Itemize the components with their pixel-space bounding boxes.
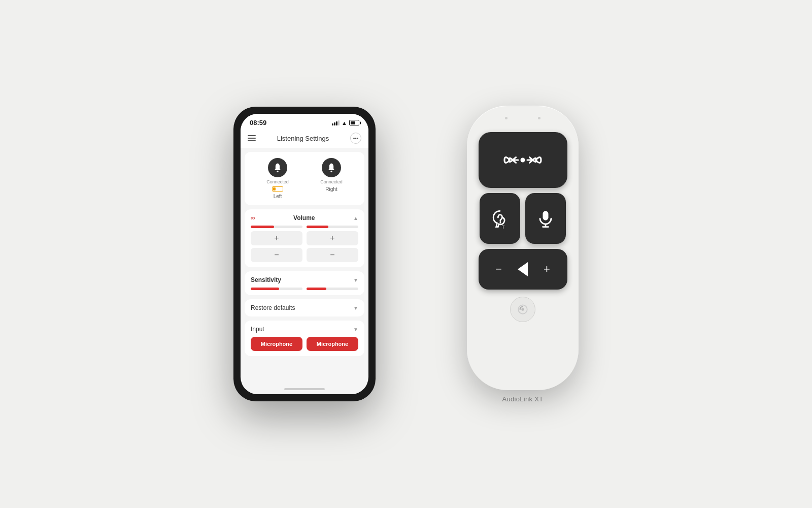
input-arrow: ▼ xyxy=(353,327,358,332)
sensitivity-slider-left[interactable] xyxy=(251,288,302,290)
volume-plus-left[interactable]: + xyxy=(251,231,302,245)
volume-slider-left[interactable] xyxy=(251,226,302,228)
microphone-icon xyxy=(534,207,557,230)
signal-icon xyxy=(332,120,340,125)
input-section: Input ▼ Microphone Microphone xyxy=(245,321,364,356)
volume-title: Volume xyxy=(293,214,315,221)
volume-slider-right[interactable] xyxy=(307,226,358,228)
remote-indicator-dots xyxy=(505,117,540,119)
remote-dot-left xyxy=(505,117,507,119)
remote-name: AudioLink XT xyxy=(502,395,544,403)
svg-point-9 xyxy=(521,308,524,310)
sensitivity-arrow: ▼ xyxy=(353,277,358,283)
volume-header: ∞ Volume ▲ xyxy=(251,214,358,221)
volume-arrow: ▲ xyxy=(353,215,358,221)
volume-section: ∞ Volume ▲ + + xyxy=(245,209,364,267)
status-bar: 08:59 ▲ xyxy=(241,114,368,129)
remote-middle-row: T xyxy=(480,193,566,244)
stream-button[interactable] xyxy=(479,132,567,188)
svg-point-2 xyxy=(521,157,525,162)
volume-indicator-icon xyxy=(518,262,528,276)
mic-button-right[interactable]: Microphone xyxy=(307,337,358,351)
restore-arrow: ▼ xyxy=(353,305,358,311)
right-device: Connected Right xyxy=(320,158,343,192)
scene: 08:59 ▲ xyxy=(0,0,812,508)
left-device-battery xyxy=(272,186,283,192)
phone: 08:59 ▲ xyxy=(233,107,376,401)
microphone-button[interactable] xyxy=(525,193,566,244)
home-bar xyxy=(284,388,325,390)
app-title: Listening Settings xyxy=(277,135,329,142)
restore-row: Restore defaults ▼ xyxy=(251,304,358,311)
svg-text:T: T xyxy=(502,225,505,230)
svg-point-1 xyxy=(330,171,332,172)
volume-plus-icon: + xyxy=(544,264,550,275)
svg-rect-5 xyxy=(543,211,549,220)
volume-minus-icon: − xyxy=(495,264,502,275)
restore-label: Restore defaults xyxy=(251,304,295,311)
more-button[interactable]: ••• xyxy=(350,133,361,144)
volume-minus-left[interactable]: − xyxy=(251,248,302,262)
volume-minus-right[interactable]: − xyxy=(307,248,358,262)
hearing-loop-icon: T xyxy=(489,207,511,230)
brand-logo-icon xyxy=(516,302,530,316)
sensitivity-slider-right[interactable] xyxy=(307,288,358,290)
battery-icon xyxy=(349,120,359,125)
scroll-content: Connected Left Connecte xyxy=(241,148,368,384)
right-device-icon xyxy=(322,158,341,177)
svg-point-3 xyxy=(500,221,501,223)
volume-sliders xyxy=(251,226,358,228)
sensitivity-header: Sensitivity ▼ xyxy=(251,276,358,283)
sensitivity-sliders xyxy=(251,288,358,290)
menu-button[interactable] xyxy=(248,135,256,141)
app-header: Listening Settings ••• xyxy=(241,129,368,148)
stream-icon xyxy=(500,145,546,175)
input-label: Input xyxy=(251,326,264,333)
restore-section[interactable]: Restore defaults ▼ xyxy=(245,299,364,316)
volume-plus-right[interactable]: + xyxy=(307,231,358,245)
device-card: Connected Left Connecte xyxy=(245,152,364,205)
hearing-loop-button[interactable]: T xyxy=(480,193,520,244)
link-icon: ∞ xyxy=(251,214,255,221)
left-device-label: Left xyxy=(274,194,282,199)
left-device: Connected Left xyxy=(266,158,289,199)
home-indicator xyxy=(241,384,368,394)
sensitivity-title: Sensitivity xyxy=(251,276,281,283)
svg-point-0 xyxy=(277,171,278,172)
remote-dot-right xyxy=(538,117,540,119)
volume-minus-row: − − xyxy=(251,248,358,262)
right-device-label: Right xyxy=(325,186,337,192)
status-time: 08:59 xyxy=(250,119,266,126)
mic-buttons: Microphone Microphone xyxy=(251,337,358,351)
phone-screen: 08:59 ▲ xyxy=(241,114,368,394)
sensitivity-section: Sensitivity ▼ xyxy=(245,271,364,295)
input-header: Input ▼ xyxy=(251,326,358,333)
left-device-status: Connected xyxy=(266,179,289,184)
right-device-status: Connected xyxy=(320,179,343,184)
left-device-icon xyxy=(268,158,287,177)
remote-logo xyxy=(510,297,535,322)
remote-wrap: T − + xyxy=(467,106,579,403)
mic-button-left[interactable]: Microphone xyxy=(251,337,302,351)
status-icons: ▲ xyxy=(332,120,359,126)
volume-plus-row: + + xyxy=(251,231,358,245)
volume-control-button[interactable]: − + xyxy=(479,249,567,290)
remote: T − + xyxy=(467,106,579,390)
wifi-icon: ▲ xyxy=(342,120,347,126)
